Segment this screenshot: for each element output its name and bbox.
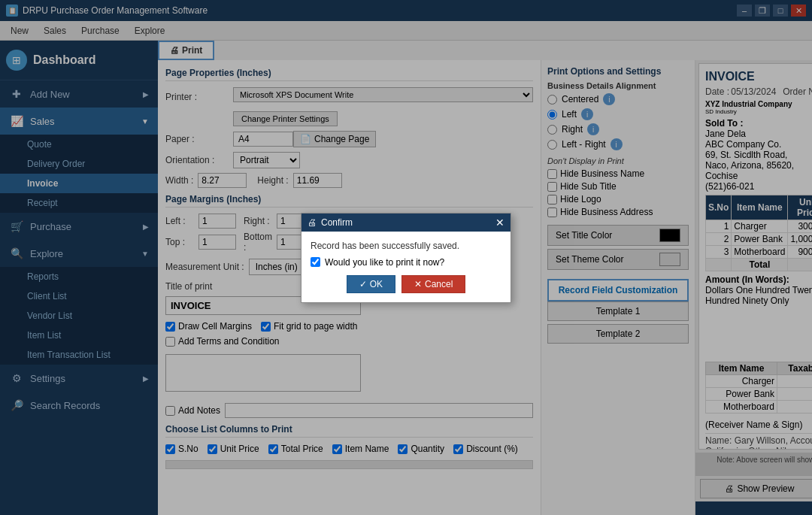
- confirm-cancel-button[interactable]: ✕ Cancel: [401, 275, 465, 293]
- confirm-ok-button[interactable]: ✓ OK: [347, 275, 395, 293]
- confirm-print-checkbox[interactable]: [311, 257, 320, 267]
- ok-label: OK: [370, 279, 383, 289]
- confirm-icon: 🖨: [308, 217, 317, 228]
- confirm-buttons: ✓ OK ✕ Cancel: [311, 275, 501, 293]
- confirm-print-check: Would you like to print it now?: [311, 257, 501, 268]
- confirm-dialog: 🖨 Confirm ✕ Record has been successfully…: [301, 213, 511, 303]
- confirm-close-button[interactable]: ✕: [495, 217, 504, 229]
- confirm-body: Record has been successfully saved. Woul…: [301, 232, 511, 302]
- cancel-x-icon: ✕: [414, 279, 422, 289]
- confirm-title-left: 🖨 Confirm: [308, 217, 353, 228]
- confirm-message: Record has been successfully saved.: [311, 241, 501, 251]
- confirm-title-bar: 🖨 Confirm ✕: [301, 214, 511, 232]
- cancel-label: Cancel: [425, 279, 453, 289]
- ok-checkmark-icon: ✓: [359, 279, 367, 289]
- confirm-overlay: 🖨 Confirm ✕ Record has been successfully…: [0, 0, 812, 515]
- confirm-print-label: Would you like to print it now?: [325, 257, 444, 268]
- confirm-title-text: Confirm: [321, 217, 353, 228]
